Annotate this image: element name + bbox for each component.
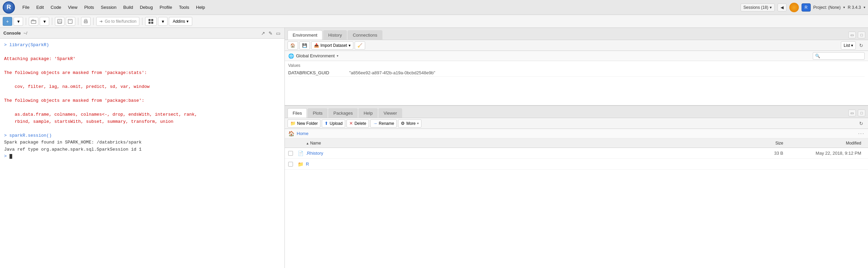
- files-toolbar: 📁 New Folder ⬆ Upload ✕ Delete → Rename …: [285, 118, 868, 129]
- menu-file[interactable]: File: [19, 3, 33, 12]
- layout-dropdown[interactable]: ▾: [158, 17, 167, 26]
- toolbar: + ▾ ▾ ➜ Go to file/function ▾ Addins ▾: [0, 15, 868, 28]
- console-line-stats-fns: cov, filter, lag, na.omit, predict, sd, …: [4, 83, 280, 90]
- addins-btn[interactable]: Addins ▾: [169, 17, 192, 26]
- file-modified-rhistory: May 22, 2018, 9:12 PM: [783, 151, 865, 156]
- main: Console ~/ ↗ ✎ ▭ > library(SparkR) Attac…: [0, 28, 868, 268]
- rename-btn[interactable]: → Rename: [370, 119, 397, 128]
- new-file-dropdown[interactable]: ▾: [14, 17, 23, 26]
- r-logo: R: [3, 1, 15, 14]
- layout-btn[interactable]: [145, 17, 157, 26]
- tab-help[interactable]: Help: [358, 108, 378, 118]
- console-pencil-icon[interactable]: ✎: [268, 30, 273, 37]
- console-path: ~/: [23, 31, 27, 36]
- rename-label: Rename: [379, 121, 394, 126]
- menu-debug[interactable]: Debug: [136, 3, 156, 12]
- menu-code[interactable]: Code: [47, 3, 64, 12]
- svg-rect-5: [69, 19, 71, 21]
- env-row-databricks-guid: DATABRICKS_GUID "a856ee92-a897-4f2b-a19a…: [288, 69, 865, 77]
- tab-environment[interactable]: Environment: [288, 30, 322, 40]
- tab-history[interactable]: History: [323, 30, 347, 40]
- goto-file-btn[interactable]: ➜ Go to file/function: [96, 17, 139, 26]
- open-file-dropdown[interactable]: ▾: [40, 17, 49, 26]
- files-maximize-btn[interactable]: □: [858, 110, 865, 116]
- menu-right: Sessions (18) ▾ ◀ R Project: (None) ▾ R …: [741, 3, 865, 12]
- menu-tools[interactable]: Tools: [176, 3, 193, 12]
- tab-files[interactable]: Files: [288, 108, 307, 118]
- console-line-prompt: >: [4, 153, 280, 160]
- svg-rect-3: [58, 22, 61, 23]
- tab-plots[interactable]: Plots: [308, 108, 328, 118]
- save-workspace-btn[interactable]: 💾: [299, 41, 310, 50]
- header-modified[interactable]: Modified: [783, 141, 865, 146]
- save-btn[interactable]: [55, 17, 64, 26]
- delete-btn[interactable]: ✕ Delete: [347, 119, 369, 128]
- new-file-btn[interactable]: +: [3, 17, 12, 26]
- console-expand-icon[interactable]: ↗: [260, 30, 266, 37]
- tab-connections[interactable]: Connections: [348, 30, 382, 40]
- open-file-btn[interactable]: [29, 17, 38, 26]
- console-line-base-fns2: rbind, sample, startsWith, subset, summa…: [4, 118, 280, 125]
- rstudio-logo-btn[interactable]: R: [802, 3, 811, 12]
- menu-session[interactable]: Session: [97, 3, 120, 12]
- env-val-databricks-guid: "a856ee92-a897-4f2b-a19a-0bcbd2548e9b": [349, 70, 435, 75]
- upload-icon: ⬆: [324, 121, 328, 126]
- file-name-r[interactable]: R: [306, 161, 743, 167]
- files-refresh-btn[interactable]: ↻: [857, 119, 865, 128]
- right-panel: Environment History Connections ▭ □ 🏠 💾 …: [285, 28, 868, 268]
- file-size-rhistory: 33 B: [743, 151, 783, 156]
- file-row-rhistory[interactable]: 📄 .Rhistory 33 B May 22, 2018, 9:12 PM: [285, 148, 868, 159]
- breadcrumb-home[interactable]: Home: [297, 131, 309, 136]
- header-size[interactable]: Size: [743, 141, 783, 146]
- files-minimize-btn[interactable]: ▭: [848, 110, 856, 116]
- menu-view[interactable]: View: [64, 3, 81, 12]
- more-btn[interactable]: ⚙ More ▾: [398, 119, 421, 128]
- chevron-down-icon-project[interactable]: ▾: [843, 5, 845, 9]
- file-name-rhistory[interactable]: .Rhistory: [306, 151, 743, 156]
- load-workspace-btn[interactable]: 🏠: [288, 41, 298, 50]
- env-refresh-btn[interactable]: ↻: [857, 41, 865, 50]
- console-panel: Console ~/ ↗ ✎ ▭ > library(SparkR) Attac…: [0, 28, 285, 268]
- env-minimize-btn[interactable]: ▭: [848, 32, 856, 38]
- menu-profile[interactable]: Profile: [156, 3, 176, 12]
- menu-help[interactable]: Help: [193, 3, 209, 12]
- breadcrumb-more-icon[interactable]: ···: [858, 131, 865, 137]
- console-line-blank2: [4, 63, 280, 70]
- user-avatar[interactable]: [789, 3, 799, 12]
- tab-viewer[interactable]: Viewer: [378, 108, 402, 118]
- rename-icon: →: [373, 121, 377, 126]
- home-icon[interactable]: 🏠: [288, 131, 295, 137]
- globe-icon: 🌐: [288, 53, 294, 59]
- menu-build[interactable]: Build: [120, 3, 137, 12]
- global-env-dropdown-icon[interactable]: ▾: [337, 54, 338, 58]
- r-version-label: R 3.4.3: [848, 5, 861, 10]
- new-folder-label: New Folder: [297, 121, 318, 126]
- print-btn[interactable]: [81, 17, 91, 26]
- delete-label: Delete: [354, 121, 366, 126]
- file-check-r[interactable]: [288, 162, 298, 167]
- env-toolbar: 🏠 💾 📥 Import Dataset ▾ 🧹 List ▾ ↻: [285, 40, 868, 51]
- chevron-down-icon-version[interactable]: ▾: [864, 5, 865, 9]
- back-btn[interactable]: ◀: [777, 3, 787, 12]
- env-search-input[interactable]: [822, 54, 862, 58]
- clear-workspace-btn[interactable]: 🧹: [355, 41, 365, 50]
- values-section: Values DATABRICKS_GUID "a856ee92-a897-4f…: [285, 61, 868, 79]
- upload-btn[interactable]: ⬆ Upload: [322, 119, 345, 128]
- sessions-btn[interactable]: Sessions (18) ▾: [741, 3, 775, 12]
- global-env-label: Global Environment: [296, 53, 335, 58]
- new-folder-btn[interactable]: 📁 New Folder: [288, 119, 320, 128]
- header-name[interactable]: ▲ Name: [306, 141, 743, 146]
- menu-edit[interactable]: Edit: [33, 3, 47, 12]
- list-view-btn[interactable]: List ▾: [841, 41, 856, 50]
- tab-packages[interactable]: Packages: [328, 108, 358, 118]
- menu-plots[interactable]: Plots: [81, 3, 97, 12]
- console-line-masked-base: The following objects are masked from 'p…: [4, 97, 280, 104]
- file-check-rhistory[interactable]: [288, 151, 298, 156]
- save-all-btn[interactable]: [66, 17, 75, 26]
- import-dataset-btn[interactable]: 📥 Import Dataset ▾: [311, 41, 353, 50]
- sep4: [93, 18, 94, 25]
- file-row-r[interactable]: 📁 R: [285, 159, 868, 170]
- goto-arrow-icon: ➜: [99, 19, 103, 24]
- env-maximize-btn[interactable]: □: [858, 32, 865, 38]
- console-minimize-icon[interactable]: ▭: [275, 30, 281, 37]
